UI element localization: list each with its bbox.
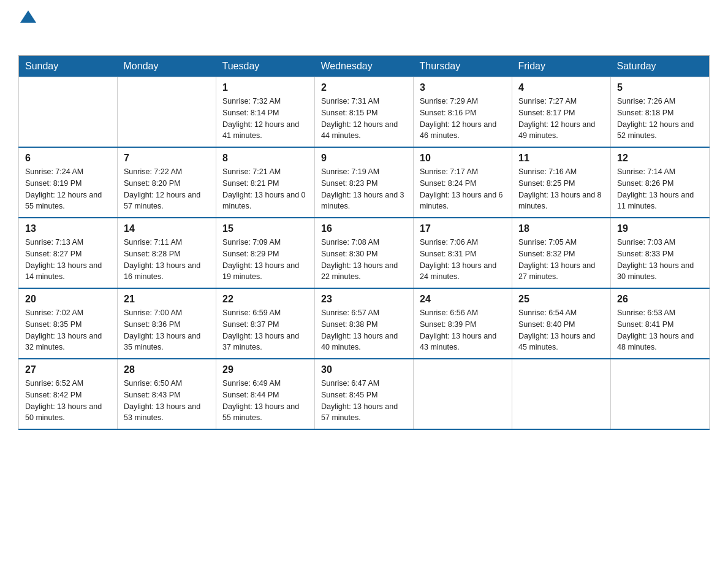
- day-info: Sunrise: 7:13 AMSunset: 8:27 PMDaylight:…: [25, 237, 111, 283]
- calendar-week-row: 1Sunrise: 7:32 AMSunset: 8:14 PMDaylight…: [19, 77, 710, 148]
- day-info: Sunrise: 7:00 AMSunset: 8:36 PMDaylight:…: [124, 307, 210, 353]
- day-number: 16: [321, 223, 407, 234]
- calendar-cell: [414, 359, 512, 429]
- day-info: Sunrise: 7:24 AMSunset: 8:19 PMDaylight:…: [25, 166, 111, 212]
- day-info: Sunrise: 6:49 AMSunset: 8:44 PMDaylight:…: [222, 378, 308, 424]
- day-info: Sunrise: 6:54 AMSunset: 8:40 PMDaylight:…: [518, 307, 604, 353]
- day-info: Sunrise: 7:27 AMSunset: 8:17 PMDaylight:…: [518, 96, 604, 142]
- day-info: Sunrise: 7:16 AMSunset: 8:25 PMDaylight:…: [518, 166, 604, 212]
- calendar-cell: 2Sunrise: 7:31 AMSunset: 8:15 PMDaylight…: [315, 77, 414, 148]
- day-info: Sunrise: 7:32 AMSunset: 8:14 PMDaylight:…: [222, 96, 308, 142]
- day-number: 14: [124, 223, 210, 234]
- calendar-day-header: Tuesday: [216, 56, 315, 77]
- day-number: 8: [222, 153, 308, 164]
- calendar-header-row: SundayMondayTuesdayWednesdayThursdayFrid…: [19, 56, 710, 77]
- day-info: Sunrise: 7:29 AMSunset: 8:16 PMDaylight:…: [420, 96, 506, 142]
- day-info: Sunrise: 7:14 AMSunset: 8:26 PMDaylight:…: [617, 166, 703, 212]
- day-number: 30: [321, 364, 407, 375]
- calendar-cell: 17Sunrise: 7:06 AMSunset: 8:31 PMDayligh…: [414, 218, 512, 288]
- calendar-week-row: 13Sunrise: 7:13 AMSunset: 8:27 PMDayligh…: [19, 218, 710, 288]
- calendar-cell: 23Sunrise: 6:57 AMSunset: 8:38 PMDayligh…: [315, 288, 414, 359]
- calendar-day-header: Wednesday: [315, 56, 414, 77]
- day-number: 21: [124, 294, 210, 305]
- day-number: 17: [420, 223, 506, 234]
- day-info: Sunrise: 7:19 AMSunset: 8:23 PMDaylight:…: [321, 166, 407, 212]
- day-number: 4: [518, 82, 604, 93]
- day-info: Sunrise: 7:31 AMSunset: 8:15 PMDaylight:…: [321, 96, 407, 142]
- calendar-cell: 26Sunrise: 6:53 AMSunset: 8:41 PMDayligh…: [611, 288, 710, 359]
- day-number: 28: [124, 364, 210, 375]
- day-number: 24: [420, 294, 506, 305]
- calendar-cell: 27Sunrise: 6:52 AMSunset: 8:42 PMDayligh…: [19, 359, 118, 429]
- day-info: Sunrise: 7:02 AMSunset: 8:35 PMDaylight:…: [25, 307, 111, 353]
- day-number: 18: [518, 223, 604, 234]
- day-number: 11: [518, 153, 604, 164]
- day-info: Sunrise: 6:52 AMSunset: 8:42 PMDaylight:…: [25, 378, 111, 424]
- calendar-day-header: Monday: [118, 56, 216, 77]
- day-info: Sunrise: 7:08 AMSunset: 8:30 PMDaylight:…: [321, 237, 407, 283]
- day-info: Sunrise: 7:05 AMSunset: 8:32 PMDaylight:…: [518, 237, 604, 283]
- day-info: Sunrise: 6:59 AMSunset: 8:37 PMDaylight:…: [222, 307, 308, 353]
- calendar-day-header: Saturday: [611, 56, 710, 77]
- calendar-cell: 7Sunrise: 7:22 AMSunset: 8:20 PMDaylight…: [118, 147, 216, 218]
- day-info: Sunrise: 7:22 AMSunset: 8:20 PMDaylight:…: [124, 166, 210, 212]
- day-number: 15: [222, 223, 308, 234]
- day-info: Sunrise: 6:50 AMSunset: 8:43 PMDaylight:…: [124, 378, 210, 424]
- day-number: 13: [25, 223, 111, 234]
- day-info: Sunrise: 6:57 AMSunset: 8:38 PMDaylight:…: [321, 307, 407, 353]
- calendar-cell: 28Sunrise: 6:50 AMSunset: 8:43 PMDayligh…: [118, 359, 216, 429]
- day-number: 5: [617, 82, 703, 93]
- calendar-cell: [611, 359, 710, 429]
- calendar-table: SundayMondayTuesdayWednesdayThursdayFrid…: [18, 55, 710, 430]
- day-number: 2: [321, 82, 407, 93]
- calendar-cell: 29Sunrise: 6:49 AMSunset: 8:44 PMDayligh…: [216, 359, 315, 429]
- calendar-day-header: Thursday: [414, 56, 512, 77]
- day-number: 3: [420, 82, 506, 93]
- calendar-cell: 6Sunrise: 7:24 AMSunset: 8:19 PMDaylight…: [19, 147, 118, 218]
- calendar-cell: 18Sunrise: 7:05 AMSunset: 8:32 PMDayligh…: [512, 218, 611, 288]
- calendar-day-header: Friday: [512, 56, 611, 77]
- day-info: Sunrise: 7:26 AMSunset: 8:18 PMDaylight:…: [617, 96, 703, 142]
- calendar-cell: 8Sunrise: 7:21 AMSunset: 8:21 PMDaylight…: [216, 147, 315, 218]
- calendar-cell: 16Sunrise: 7:08 AMSunset: 8:30 PMDayligh…: [315, 218, 414, 288]
- calendar-cell: 30Sunrise: 6:47 AMSunset: 8:45 PMDayligh…: [315, 359, 414, 429]
- day-number: 26: [617, 294, 703, 305]
- day-info: Sunrise: 6:47 AMSunset: 8:45 PMDaylight:…: [321, 378, 407, 424]
- day-info: Sunrise: 7:03 AMSunset: 8:33 PMDaylight:…: [617, 237, 703, 283]
- calendar-cell: 22Sunrise: 6:59 AMSunset: 8:37 PMDayligh…: [216, 288, 315, 359]
- calendar-week-row: 20Sunrise: 7:02 AMSunset: 8:35 PMDayligh…: [19, 288, 710, 359]
- calendar-cell: 12Sunrise: 7:14 AMSunset: 8:26 PMDayligh…: [611, 147, 710, 218]
- calendar-cell: 3Sunrise: 7:29 AMSunset: 8:16 PMDaylight…: [414, 77, 512, 148]
- day-number: 23: [321, 294, 407, 305]
- calendar-cell: 9Sunrise: 7:19 AMSunset: 8:23 PMDaylight…: [315, 147, 414, 218]
- calendar-cell: [512, 359, 611, 429]
- calendar-cell: [19, 77, 118, 148]
- calendar-cell: 5Sunrise: 7:26 AMSunset: 8:18 PMDaylight…: [611, 77, 710, 148]
- logo-blue-text: [18, 25, 20, 45]
- day-info: Sunrise: 7:17 AMSunset: 8:24 PMDaylight:…: [420, 166, 506, 212]
- logo-triangle-icon: [20, 10, 36, 23]
- day-number: 25: [518, 294, 604, 305]
- day-number: 9: [321, 153, 407, 164]
- calendar-cell: 13Sunrise: 7:13 AMSunset: 8:27 PMDayligh…: [19, 218, 118, 288]
- day-number: 20: [25, 294, 111, 305]
- day-info: Sunrise: 7:21 AMSunset: 8:21 PMDaylight:…: [222, 166, 308, 212]
- day-number: 1: [222, 82, 308, 93]
- calendar-cell: 21Sunrise: 7:00 AMSunset: 8:36 PMDayligh…: [118, 288, 216, 359]
- day-number: 6: [25, 153, 111, 164]
- calendar-cell: 1Sunrise: 7:32 AMSunset: 8:14 PMDaylight…: [216, 77, 315, 148]
- calendar-cell: 11Sunrise: 7:16 AMSunset: 8:25 PMDayligh…: [512, 147, 611, 218]
- day-number: 29: [222, 364, 308, 375]
- calendar-day-header: Sunday: [19, 56, 118, 77]
- day-number: 7: [124, 153, 210, 164]
- calendar-cell: 14Sunrise: 7:11 AMSunset: 8:28 PMDayligh…: [118, 218, 216, 288]
- day-number: 10: [420, 153, 506, 164]
- calendar-cell: 4Sunrise: 7:27 AMSunset: 8:17 PMDaylight…: [512, 77, 611, 148]
- calendar-week-row: 27Sunrise: 6:52 AMSunset: 8:42 PMDayligh…: [19, 359, 710, 429]
- day-number: 27: [25, 364, 111, 375]
- day-number: 12: [617, 153, 703, 164]
- day-info: Sunrise: 7:06 AMSunset: 8:31 PMDaylight:…: [420, 237, 506, 283]
- logo: [18, 12, 36, 45]
- calendar-cell: 24Sunrise: 6:56 AMSunset: 8:39 PMDayligh…: [414, 288, 512, 359]
- day-number: 19: [617, 223, 703, 234]
